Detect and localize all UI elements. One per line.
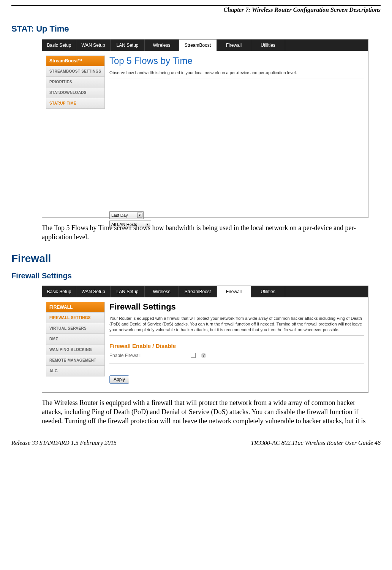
sidebar-header-streamboost: StreamBoost™ [46,56,105,66]
content-pane: Firewall Settings Your Router is equippe… [109,302,364,389]
footer-left: Release 33 STANDARD 1.5 February 2015 [11,440,117,446]
divider [109,364,364,364]
tab-streamboost[interactable]: StreamBoost [179,286,217,297]
content-pane: Top 5 Flows by Time Observe how bandwidt… [109,56,364,228]
time-range-value: Last Day [111,213,128,218]
content-desc: Your Router is equipped with a firewall … [109,316,364,333]
sidebar: StreamBoost™ STREAMBOOST SETTINGS PRIORI… [46,56,105,228]
firewall-enable-disable-heading: Firewall Enable / Disable [109,343,364,349]
paragraph-firewall: The Wireless Router is equipped with a f… [42,398,381,426]
tab-basic-setup[interactable]: Basic Setup [42,286,76,297]
apply-button[interactable]: Apply [109,375,129,384]
help-icon[interactable]: ? [201,353,206,358]
sidebar-item-firewall-settings[interactable]: FIREWALL SETTINGS [46,313,105,323]
setting-label: Enable Firewall [109,353,185,358]
tab-bar: Basic Setup WAN Setup LAN Setup Wireless… [42,40,368,51]
tab-wan-setup[interactable]: WAN Setup [76,40,111,51]
tab-firewall[interactable]: Firewall [217,286,251,297]
chart-axis-line [117,202,326,202]
screenshot-firewall: Basic Setup WAN Setup LAN Setup Wireless… [42,286,381,393]
sidebar-item-streamboost-settings[interactable]: STREAMBOOST SETTINGS [46,66,105,77]
tab-wireless[interactable]: Wireless [145,286,179,297]
enable-firewall-checkbox[interactable] [191,353,196,358]
sidebar-item-dmz[interactable]: DMZ [46,334,105,345]
tab-utilities[interactable]: Utilities [251,40,285,51]
tab-firewall[interactable]: Firewall [217,40,251,51]
content-title: Firewall Settings [109,302,364,312]
sidebar-item-alg[interactable]: ALG [46,366,105,376]
paragraph-top5: The Top 5 Flows by Time screen shows how… [42,223,381,242]
sidebar-item-wan-ping-blocking[interactable]: WAN PING BLOCKING [46,345,105,355]
page-footer: Release 33 STANDARD 1.5 February 2015 TR… [11,437,381,446]
section-stat-up-time: STAT: Up Time [11,24,381,34]
screenshot-streamboost: Basic Setup WAN Setup LAN Setup Wireless… [42,39,381,218]
tab-wan-setup[interactable]: WAN Setup [76,286,111,297]
tab-utilities[interactable]: Utilities [251,286,285,297]
chapter-header: Chapter 7: Wireless Router Configuration… [11,6,381,15]
sidebar-item-remote-management[interactable]: REMOTE MANAGEMENT [46,355,105,366]
time-range-select[interactable]: Last Day ▼ [109,211,144,219]
tab-bar: Basic Setup WAN Setup LAN Setup Wireless… [42,286,368,297]
sidebar: FIREWALL FIREWALL SETTINGS VIRTUAL SERVE… [46,302,105,389]
setting-row-enable-firewall: Enable Firewall ? [109,353,364,358]
sidebar-item-priorities[interactable]: PRIORITIES [46,77,105,87]
sidebar-item-stat-up-time[interactable]: STAT:UP TIME [46,98,105,109]
tab-lan-setup[interactable]: LAN Setup [111,40,145,51]
chart-placeholder [109,81,364,210]
content-desc: Observe how bandwidth is being used in y… [109,70,364,76]
content-title: Top 5 Flows by Time [109,56,364,66]
tab-basic-setup[interactable]: Basic Setup [42,40,76,51]
section-firewall-settings: Firewall Settings [11,272,381,280]
tab-lan-setup[interactable]: LAN Setup [111,286,145,297]
chevron-down-icon: ▼ [137,213,142,218]
sidebar-header-firewall: FIREWALL [46,302,105,313]
divider [109,78,364,78]
sidebar-item-stat-downloads[interactable]: STAT:DOWNLOADS [46,87,105,98]
footer-right: TR3300-AC 802.11ac Wireless Router User … [251,440,381,446]
tab-streamboost[interactable]: StreamBoost [179,40,217,51]
sidebar-item-virtual-servers[interactable]: VIRTUAL SERVERS [46,323,105,334]
tab-wireless[interactable]: Wireless [145,40,179,51]
divider [109,335,364,336]
section-firewall: Firewall [11,252,381,265]
